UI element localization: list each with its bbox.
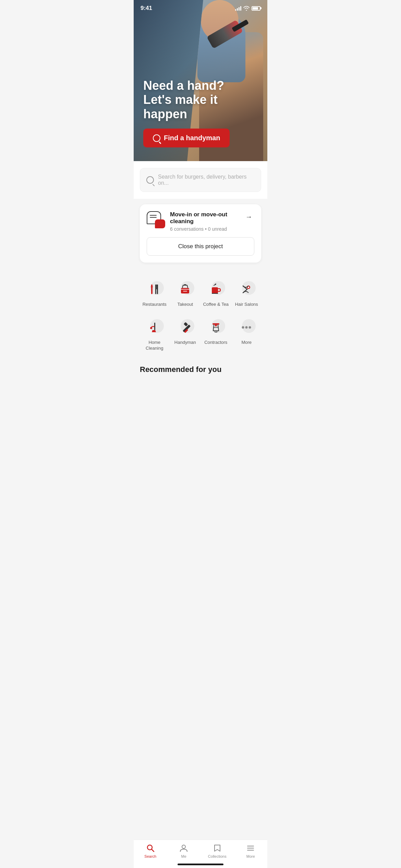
project-title: Move-in or move-out cleaning (170, 211, 243, 225)
hero-content: Need a hand? Let's make it happen Find a… (143, 79, 258, 147)
wifi-icon (243, 6, 250, 11)
search-icon (146, 176, 154, 184)
project-header: Move-in or move-out cleaning 6 conversat… (147, 211, 254, 232)
project-info: Move-in or move-out cleaning 6 conversat… (170, 211, 243, 232)
svg-rect-18 (212, 323, 219, 325)
project-icons (147, 211, 165, 228)
hair-salons-icon (240, 282, 253, 296)
svg-point-12 (150, 327, 152, 329)
recommended-section: Recommended for you (134, 358, 267, 377)
status-icons (235, 6, 260, 11)
svg-rect-7 (212, 287, 218, 293)
svg-rect-15 (184, 322, 188, 326)
category-icon-wrap-hair-salons (236, 280, 256, 298)
hero-title: Need a hand? Let's make it happen (143, 79, 232, 121)
category-icon-wrap-handyman (175, 318, 195, 336)
svg-point-21 (249, 326, 251, 328)
category-item-hair-salons[interactable]: Hair Salons (232, 276, 262, 312)
recommended-title: Recommended for you (140, 365, 261, 374)
svg-point-20 (245, 326, 248, 328)
category-icon-wrap-takeout (175, 280, 195, 298)
category-label-coffee-tea: Coffee & Tea (203, 302, 229, 308)
find-handyman-label: Find a handyman (164, 134, 220, 142)
categories-section: Restaurants Takeou (134, 268, 267, 358)
category-label-home-cleaning: Home Cleaning (141, 340, 168, 351)
hero-section: 9:41 (134, 0, 267, 161)
svg-rect-6 (183, 291, 187, 292)
category-icon-wrap-restaurants (145, 280, 165, 298)
battery-icon (252, 6, 260, 11)
status-time: 9:41 (141, 5, 152, 12)
category-label-takeout: Takeout (177, 302, 193, 308)
more-dots-icon (240, 321, 253, 334)
category-icon-wrap-more (236, 318, 256, 336)
category-label-restaurants: Restaurants (143, 302, 167, 308)
project-card: Move-in or move-out cleaning 6 conversat… (140, 204, 261, 263)
category-label-contractors: Contractors (204, 340, 227, 346)
find-handyman-button[interactable]: Find a handyman (143, 129, 230, 147)
search-placeholder: Search for burgers, delivery, barbers on… (158, 174, 255, 186)
contractors-icon (209, 321, 223, 334)
category-item-contractors[interactable]: Contractors (201, 314, 231, 355)
status-bar: 9:41 (134, 0, 267, 14)
signal-icon (235, 6, 241, 11)
handyman-icon (178, 321, 192, 334)
category-icon-wrap-home-cleaning (145, 318, 165, 336)
category-icon-wrap-coffee-tea (206, 280, 226, 298)
search-icon (153, 134, 160, 142)
project-section: Move-in or move-out cleaning 6 conversat… (134, 199, 267, 268)
home-cleaning-icon (148, 321, 161, 334)
search-section: Search for burgers, delivery, barbers on… (134, 161, 267, 199)
project-meta: 6 conversations • 0 unread (170, 226, 243, 232)
project-arrow-button[interactable]: → (243, 211, 254, 222)
svg-point-19 (242, 326, 244, 328)
category-item-handyman[interactable]: Handyman (171, 314, 200, 355)
category-label-hair-salons: Hair Salons (235, 302, 258, 308)
category-label-more: More (241, 340, 252, 346)
category-item-home-cleaning[interactable]: Home Cleaning (140, 314, 169, 355)
category-item-more[interactable]: More (232, 314, 262, 355)
categories-grid: Restaurants Takeou (140, 276, 261, 355)
coffee-tea-icon (209, 282, 223, 296)
takeout-icon (178, 282, 192, 296)
category-item-restaurants[interactable]: Restaurants (140, 276, 169, 312)
close-project-button[interactable]: Close this project (147, 237, 254, 256)
category-item-takeout[interactable]: Takeout (171, 276, 200, 312)
category-label-handyman: Handyman (174, 340, 196, 346)
restaurants-icon (148, 282, 161, 296)
category-icon-wrap-contractors (206, 318, 226, 336)
search-bar[interactable]: Search for burgers, delivery, barbers on… (140, 168, 261, 192)
category-item-coffee-tea[interactable]: Coffee & Tea (201, 276, 231, 312)
chat-bubble-secondary-icon (155, 219, 165, 228)
